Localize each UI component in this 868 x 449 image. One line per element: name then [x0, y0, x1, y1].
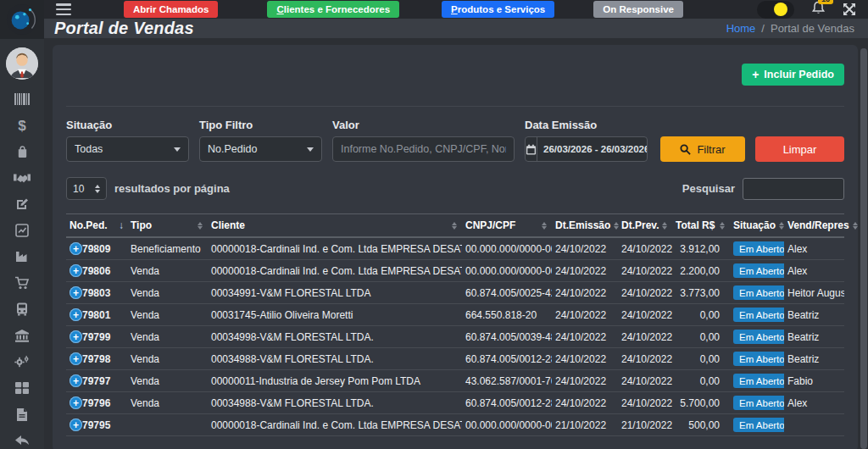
toggle-knob — [774, 3, 787, 16]
column-header-dt-emiss-o[interactable]: Dt.Emissão — [552, 214, 618, 238]
sidebar-item-transporte[interactable] — [11, 302, 33, 317]
table-row[interactable]: +79806 Venda 00000018-Cardinali Ind. e C… — [66, 260, 844, 282]
table-row[interactable]: +79803 Venda 00034991-V&M FLORESTAL LTDA… — [66, 282, 844, 304]
section-divider — [66, 106, 844, 107]
sort-both-icon — [662, 222, 667, 230]
data-emissao-input[interactable]: 26/03/2026 - 26/03/2026 — [525, 136, 648, 162]
sidebar-item-compras[interactable] — [11, 144, 33, 159]
sort-both-icon — [779, 222, 784, 230]
column-header-tipo[interactable]: Tipo — [127, 214, 208, 238]
menu-toggle-icon[interactable] — [56, 3, 71, 15]
table-row[interactable]: +79801 Venda 00031745-Atilio Oliveira Mo… — [66, 304, 844, 326]
plus-icon: + — [752, 69, 759, 80]
table-row[interactable]: +79809 Beneficiamento 00000018-Cardinali… — [66, 237, 844, 260]
page-scrollbar[interactable] — [860, 48, 867, 449]
bank-icon — [15, 330, 29, 342]
column-header-total-r-[interactable]: Total R$ — [672, 214, 730, 238]
expand-row-icon[interactable]: + — [70, 242, 82, 255]
status-badge: Em Aberto — [733, 352, 784, 366]
theme-toggle[interactable] — [757, 1, 794, 19]
filtrar-button[interactable]: Filtrar — [660, 136, 745, 162]
fullscreen-button[interactable] — [843, 3, 856, 16]
breadcrumb-current: Portal de Vendas — [771, 22, 854, 35]
sidebar-item-financeiro[interactable]: $ — [11, 118, 33, 133]
panel-toolbar: + Incluir Pedido — [66, 45, 844, 106]
page-size-select[interactable]: 10 — [66, 177, 107, 200]
table-header-row: No.Ped.↓TipoClienteCNPJ/CPFDt.EmissãoDt.… — [66, 214, 844, 238]
sidebar-item-voltar[interactable] — [11, 433, 33, 448]
clientes-fornecedores-button[interactable]: Clientes e Fornecedores — [267, 1, 399, 18]
sidebar-item-fiscal[interactable] — [11, 328, 33, 343]
list-controls: 10 resultados por página Pesquisar — [66, 177, 844, 200]
valor-input[interactable] — [332, 136, 515, 162]
status-badge: Em Aberto — [733, 308, 784, 322]
expand-row-icon[interactable]: + — [70, 308, 82, 321]
shopping-bag-icon — [16, 145, 29, 158]
table-row[interactable]: +79795 00000018-Cardinali Ind. e Com. Lt… — [66, 414, 844, 436]
gears-icon — [14, 356, 30, 368]
sidebar-item-tabelas[interactable] — [11, 380, 33, 396]
status-badge: Em Aberto — [733, 241, 784, 256]
sidebar-item-pedidos[interactable] — [11, 197, 33, 212]
column-header-vend-repres[interactable]: Vend/Repres — [784, 214, 844, 238]
column-header-cnpj-cpf[interactable]: CNPJ/CPF — [462, 214, 552, 238]
sidebar-item-negocios[interactable] — [11, 170, 33, 186]
notification-count-badge: 13 — [818, 0, 833, 4]
dollar-icon: $ — [18, 119, 25, 133]
expand-arrows-icon — [843, 3, 856, 16]
status-badge: Em Aberto — [733, 263, 784, 278]
table-row[interactable]: +79799 Venda 00034998-V&M FLORESTAL LTDA… — [66, 326, 844, 348]
search-icon — [680, 144, 691, 155]
sort-both-icon — [542, 222, 547, 230]
orders-panel: + Incluir Pedido Situação Todas Tipo — [53, 45, 858, 449]
document-icon — [17, 408, 27, 421]
sidebar-item-vendas[interactable] — [11, 275, 33, 291]
limpar-button[interactable]: Limpar — [755, 136, 844, 162]
column-header-cliente[interactable]: Cliente — [208, 214, 462, 238]
bus-icon — [16, 302, 28, 316]
per-page-label: resultados por página — [114, 182, 230, 195]
pesquisar-label: Pesquisar — [682, 182, 735, 195]
column-header-no-ped-[interactable]: No.Ped.↓ — [66, 214, 127, 238]
status-badge: Em Aberto — [733, 374, 784, 388]
incluir-pedido-button[interactable]: + Incluir Pedido — [742, 64, 844, 86]
expand-row-icon[interactable]: + — [70, 264, 82, 277]
sidebar-item-industria[interactable] — [11, 249, 33, 264]
globe-logo-icon — [6, 3, 38, 36]
notifications-button[interactable]: 13 — [811, 0, 826, 19]
sidebar-item-configuracoes[interactable] — [11, 354, 33, 369]
expand-row-icon[interactable]: + — [70, 419, 82, 431]
tipo-filtro-label: Tipo Filtro — [199, 119, 322, 131]
sidebar-item-relatorios[interactable] — [11, 223, 33, 238]
table-row[interactable]: +79796 Venda 00034988-V&M FLORESTAL LTDA… — [66, 392, 844, 414]
abrir-chamados-button[interactable]: Abrir Chamados — [124, 1, 218, 18]
column-header-situa-o[interactable]: Situação — [730, 214, 784, 238]
on-responsive-button[interactable]: On Responsive — [593, 1, 683, 18]
sidebar-menu: $ — [11, 91, 33, 448]
breadcrumb-home-link[interactable]: Home — [726, 22, 756, 35]
pesquisar-input[interactable] — [743, 178, 844, 200]
expand-row-icon[interactable]: + — [70, 330, 82, 343]
table-row[interactable]: +79797 Venda 00000011-Industria de Jerse… — [66, 370, 844, 392]
orders-table: No.Ped.↓TipoClienteCNPJ/CPFDt.EmissãoDt.… — [66, 213, 844, 436]
sidebar-item-barcode[interactable] — [11, 91, 33, 107]
expand-row-icon[interactable]: + — [70, 374, 82, 387]
app-logo[interactable] — [0, 0, 44, 39]
table-row[interactable]: +79798 Venda 00034988-V&M FLORESTAL LTDA… — [66, 348, 844, 370]
expand-row-icon[interactable]: + — [70, 286, 82, 299]
sort-both-icon — [452, 222, 457, 230]
tipo-filtro-select[interactable]: No.Pedido — [199, 136, 322, 162]
expand-row-icon[interactable]: + — [70, 396, 82, 409]
produtos-servicos-button[interactable]: Produtos e Serviços — [442, 1, 554, 18]
breadcrumb-separator: / — [761, 22, 765, 35]
sidebar: $ — [0, 0, 44, 449]
user-avatar[interactable] — [6, 47, 38, 80]
expand-row-icon[interactable]: + — [70, 352, 82, 365]
breadcrumb: Home / Portal de Vendas — [726, 22, 854, 35]
column-header-dt-prev-[interactable]: Dt.Prev. — [618, 214, 672, 238]
status-badge: Em Aberto — [733, 396, 784, 410]
shopping-cart-icon — [14, 276, 30, 290]
situacao-select[interactable]: Todas — [66, 136, 189, 162]
avatar-image — [6, 47, 38, 80]
sidebar-item-documentos[interactable] — [11, 407, 33, 422]
